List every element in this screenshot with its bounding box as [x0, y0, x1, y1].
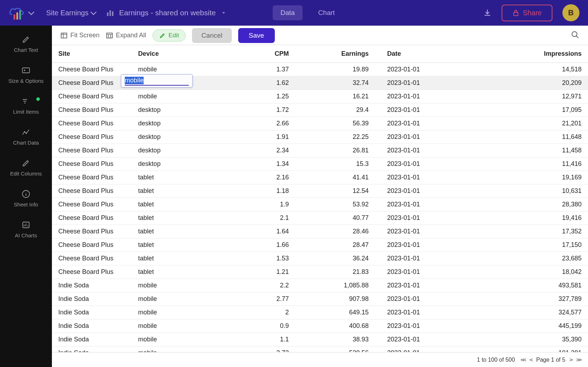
- table-row[interactable]: Indie Sodamobile2.77907.982023-01-01327,…: [52, 292, 588, 306]
- cell-device[interactable]: mobile: [132, 319, 231, 333]
- cell-device[interactable]: tablet: [132, 238, 231, 252]
- table-row[interactable]: Indie Sodamobile2649.152023-01-01324,577: [52, 306, 588, 319]
- cell-site[interactable]: Indie Soda: [52, 346, 132, 352]
- download-icon[interactable]: [483, 9, 492, 17]
- cell-impressions[interactable]: 493,581: [474, 279, 588, 292]
- table-row[interactable]: Cheese Board Plustablet1.953.922023-01-0…: [52, 198, 588, 211]
- cell-site[interactable]: Cheese Board Plus: [52, 76, 132, 90]
- sidebar-item-size-options[interactable]: Size & Options: [0, 59, 52, 90]
- cell-device[interactable]: tablet: [132, 252, 231, 265]
- sidebar-item-edit-columns[interactable]: Edit Columns: [0, 152, 52, 183]
- cell-device[interactable]: mobile: [132, 346, 231, 352]
- cell-site[interactable]: Cheese Board Plus: [52, 265, 132, 279]
- table-row[interactable]: Indie Sodamobile0.9400.682023-01-01445,1…: [52, 319, 588, 333]
- cell-date[interactable]: 2023-01-01: [375, 238, 474, 252]
- cell-cpm[interactable]: 1.72: [231, 103, 295, 117]
- sidebar-item-chart-data[interactable]: Chart Data: [0, 121, 52, 152]
- cell-impressions[interactable]: 35,390: [474, 333, 588, 346]
- table-row[interactable]: Cheese Board Plusmobile1.2516.212023-01-…: [52, 90, 588, 103]
- cell-site[interactable]: Cheese Board Plus: [52, 157, 132, 171]
- cell-site[interactable]: Cheese Board Plus: [52, 225, 132, 238]
- table-row[interactable]: Indie Sodamobile2.21,085.882023-01-01493…: [52, 279, 588, 292]
- search-icon[interactable]: [571, 31, 579, 41]
- cell-cpm[interactable]: 1.9: [231, 198, 295, 211]
- cell-date[interactable]: 2023-01-01: [375, 211, 474, 225]
- cell-earnings[interactable]: 22.25: [295, 130, 375, 144]
- cell-earnings[interactable]: 36.24: [295, 252, 375, 265]
- cell-impressions[interactable]: 21,201: [474, 117, 588, 130]
- cell-date[interactable]: 2023-01-01: [375, 157, 474, 171]
- cell-site[interactable]: Cheese Board Plus: [52, 198, 132, 211]
- cell-cpm[interactable]: 1.1: [231, 333, 295, 346]
- save-button[interactable]: Save: [238, 28, 275, 43]
- cell-cpm[interactable]: 1.25: [231, 90, 295, 103]
- cell-date[interactable]: 2023-01-01: [375, 103, 474, 117]
- cell-earnings[interactable]: 38.93: [295, 333, 375, 346]
- cell-cpm[interactable]: 2.72: [231, 346, 295, 352]
- cell-cpm[interactable]: 2.16: [231, 171, 295, 184]
- col-device[interactable]: Device: [132, 45, 231, 63]
- cell-device[interactable]: tablet: [132, 225, 231, 238]
- cell-earnings[interactable]: 19.89: [295, 63, 375, 76]
- cell-device[interactable]: tablet: [132, 198, 231, 211]
- cell-cpm[interactable]: 2.1: [231, 211, 295, 225]
- cell-cpm[interactable]: 0.9: [231, 319, 295, 333]
- cell-impressions[interactable]: 20,209: [474, 76, 588, 90]
- cell-cpm[interactable]: 1.66: [231, 238, 295, 252]
- cell-device[interactable]: desktop: [132, 117, 231, 130]
- cell-earnings[interactable]: 1,085.88: [295, 279, 375, 292]
- cell-device[interactable]: desktop: [132, 157, 231, 171]
- cell-date[interactable]: 2023-01-01: [375, 117, 474, 130]
- cell-device[interactable]: desktop: [132, 130, 231, 144]
- cell-site[interactable]: Cheese Board Plus: [52, 238, 132, 252]
- cell-impressions[interactable]: 327,789: [474, 292, 588, 306]
- app-logo[interactable]: [9, 5, 33, 20]
- cell-site[interactable]: Cheese Board Plus: [52, 144, 132, 157]
- cell-impressions[interactable]: 11,458: [474, 144, 588, 157]
- cell-earnings[interactable]: 21.83: [295, 265, 375, 279]
- chart-selector[interactable]: Earnings - shared on website: [106, 7, 226, 18]
- cell-site[interactable]: Cheese Board Plus: [52, 171, 132, 184]
- pager-first[interactable]: <<: [520, 356, 525, 363]
- cell-impressions[interactable]: 191,381: [474, 346, 588, 352]
- cell-site[interactable]: Cheese Board Plus: [52, 130, 132, 144]
- cell-date[interactable]: 2023-01-01: [375, 306, 474, 319]
- sidebar-item-limit-items[interactable]: Limit Items: [0, 90, 52, 121]
- pager-prev[interactable]: <: [530, 356, 532, 363]
- cell-impressions[interactable]: 18,042: [474, 265, 588, 279]
- cell-device[interactable]: tablet: [132, 211, 231, 225]
- col-impressions[interactable]: Impressions: [474, 45, 588, 63]
- cell-site[interactable]: Cheese Board Plus: [52, 211, 132, 225]
- table-row[interactable]: Cheese Board Plustablet1.6628.472023-01-…: [52, 238, 588, 252]
- cell-earnings[interactable]: 400.68: [295, 319, 375, 333]
- cell-date[interactable]: 2023-01-01: [375, 90, 474, 103]
- cell-device[interactable]: desktop: [132, 103, 231, 117]
- table-row[interactable]: Cheese Board Plusdesktop2.6656.392023-01…: [52, 117, 588, 130]
- cell-date[interactable]: 2023-01-01: [375, 265, 474, 279]
- pager-last[interactable]: >>: [576, 356, 581, 363]
- cell-earnings[interactable]: 28.46: [295, 225, 375, 238]
- project-selector[interactable]: Site Earnings: [46, 9, 96, 17]
- cell-earnings[interactable]: 28.47: [295, 238, 375, 252]
- cell-date[interactable]: 2023-01-01: [375, 225, 474, 238]
- cell-impressions[interactable]: 28,380: [474, 198, 588, 211]
- cell-impressions[interactable]: 445,199: [474, 319, 588, 333]
- cell-site[interactable]: Indie Soda: [52, 306, 132, 319]
- cell-impressions[interactable]: 17,352: [474, 225, 588, 238]
- col-cpm[interactable]: CPM: [231, 45, 295, 63]
- cell-site[interactable]: Indie Soda: [52, 292, 132, 306]
- table-row[interactable]: Cheese Board Plustablet1.6428.462023-01-…: [52, 225, 588, 238]
- cell-date[interactable]: 2023-01-01: [375, 144, 474, 157]
- cell-earnings[interactable]: 41.41: [295, 171, 375, 184]
- cell-site[interactable]: Indie Soda: [52, 319, 132, 333]
- cell-earnings[interactable]: 520.56: [295, 346, 375, 352]
- cancel-button[interactable]: Cancel: [192, 28, 231, 43]
- cell-earnings[interactable]: 53.92: [295, 198, 375, 211]
- cell-impressions[interactable]: 12,971: [474, 90, 588, 103]
- cell-impressions[interactable]: 19,169: [474, 171, 588, 184]
- cell-date[interactable]: 2023-01-01: [375, 333, 474, 346]
- table-row[interactable]: Cheese Board Plustablet2.1641.412023-01-…: [52, 171, 588, 184]
- cell-earnings[interactable]: 907.98: [295, 292, 375, 306]
- cell-device[interactable]: mobile: [132, 333, 231, 346]
- table-row[interactable]: Indie Sodamobile1.138.932023-01-0135,390: [52, 333, 588, 346]
